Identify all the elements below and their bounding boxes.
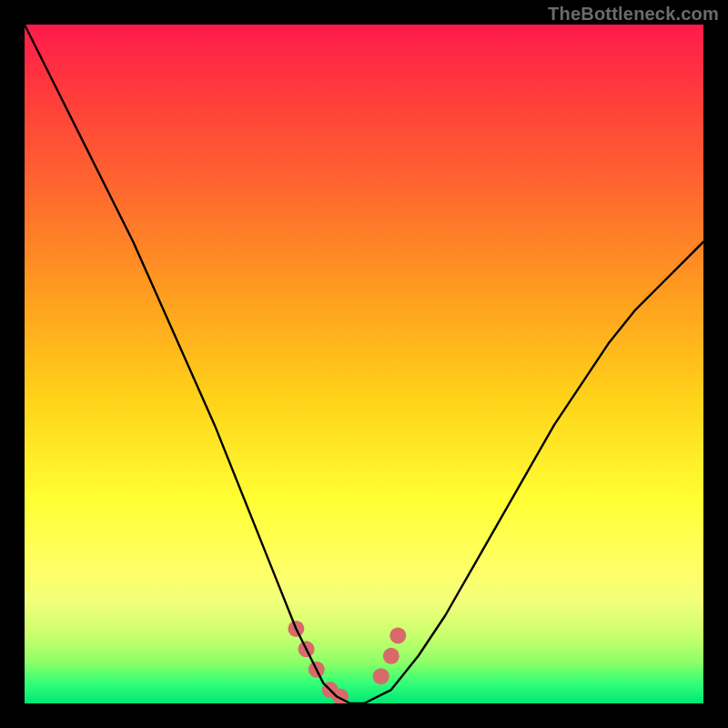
watermark-text: TheBottleneck.com bbox=[548, 4, 719, 25]
plot-background bbox=[25, 25, 703, 703]
chart-root: TheBottleneck.com bbox=[0, 0, 728, 728]
